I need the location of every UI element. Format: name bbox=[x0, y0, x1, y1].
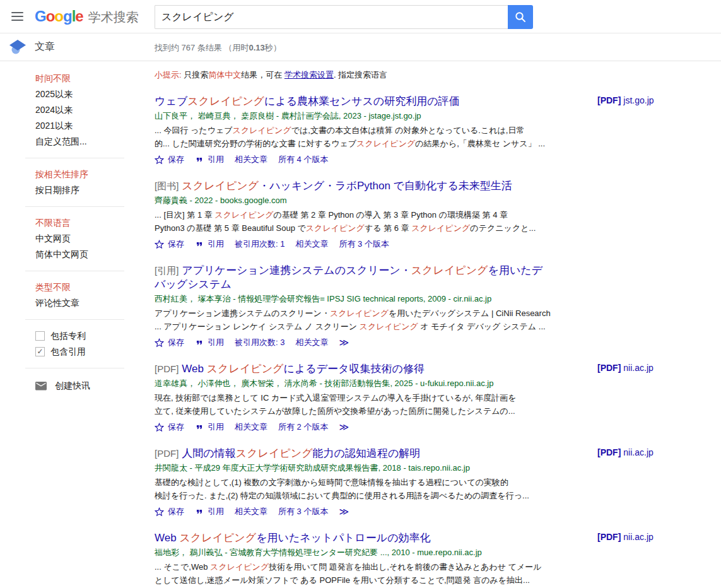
action-related[interactable]: 相关文章 bbox=[235, 154, 267, 165]
action-cite[interactable]: 引用 bbox=[195, 506, 224, 517]
action-label: 保存 bbox=[168, 154, 184, 165]
action-more[interactable]: ≫ bbox=[339, 506, 348, 517]
pdf-sidelink[interactable]: [PDF]nii.ac.jp bbox=[597, 532, 654, 542]
action-save[interactable]: 保存 bbox=[155, 238, 184, 250]
checkbox[interactable]: ✓ bbox=[35, 347, 45, 356]
sidebar-filter-link[interactable]: 简体中文网页 bbox=[0, 247, 151, 262]
checkbox[interactable] bbox=[35, 331, 45, 341]
action-versions[interactable]: 所有 2 个版本 bbox=[278, 421, 328, 433]
result-type-prefix: [引用] bbox=[155, 265, 179, 276]
text-segment: アプリケーション連携システムのスクリーン・ bbox=[155, 309, 330, 318]
action-label: 相关文章 bbox=[295, 337, 328, 348]
divider bbox=[25, 319, 124, 320]
text-segment: オ モチイタ デバッグ システム ... bbox=[418, 322, 546, 331]
divider bbox=[25, 368, 124, 368]
search-icon bbox=[514, 11, 527, 23]
action-cite[interactable]: 引用 bbox=[195, 337, 224, 348]
text-segment: 小提示: bbox=[155, 70, 182, 79]
create-alert-button[interactable]: 创建快讯 bbox=[0, 377, 151, 394]
action-save[interactable]: 保存 bbox=[155, 337, 184, 348]
google-scholar-logo[interactable]: Google 学术搜索 bbox=[35, 8, 139, 26]
pdf-site: nii.ac.jp bbox=[623, 532, 653, 542]
sidebar-filter-link[interactable]: 评论性文章 bbox=[0, 295, 151, 311]
action-label: 引用 bbox=[208, 154, 224, 165]
result-title-link[interactable]: ウェブスクレイピングによる農林業センサスの研究利用の評価 bbox=[155, 95, 460, 107]
sidebar-filter-link[interactable]: 中文网页 bbox=[0, 231, 151, 247]
text-segment: による農林業センサスの研究利用の評価 bbox=[264, 95, 460, 107]
action-more[interactable]: ≫ bbox=[339, 337, 348, 348]
action-cited-by[interactable]: 被引用次数: 3 bbox=[235, 337, 284, 348]
text-segment: 人間の情報 bbox=[182, 447, 235, 459]
quote-icon bbox=[195, 507, 204, 516]
divider bbox=[25, 206, 124, 207]
sidebar-filter-link[interactable]: 自定义范围... bbox=[0, 134, 151, 150]
logo-letter: g bbox=[63, 8, 72, 25]
action-versions[interactable]: 所有 4 个版本 bbox=[278, 154, 328, 165]
action-related[interactable]: 相关文章 bbox=[235, 506, 267, 517]
articles-tab[interactable]: 文章 bbox=[35, 40, 55, 54]
result-title-link[interactable]: Web スクレイピングを用いたネットパトロールの効率化 bbox=[155, 532, 431, 544]
result-title: [PDF]Web スクレイピングによるデータ収集技術の修得 bbox=[155, 362, 571, 376]
text-segment: Python3 の基礎 第 5 章 Beautiful Soup で bbox=[155, 223, 306, 233]
pdf-sidelink[interactable]: [PDF]nii.ac.jp bbox=[597, 363, 654, 373]
sidebar-filter-link[interactable]: 按日期排序 bbox=[0, 182, 151, 198]
action-label: 引用 bbox=[208, 337, 224, 348]
result-title-link[interactable]: 人間の情報スクレイピング能力の認知過程の解明 bbox=[182, 447, 420, 459]
checkbox-row[interactable]: ✓包含引用 bbox=[0, 344, 151, 360]
google-logo-text: Google bbox=[35, 8, 83, 25]
result-snippet: 基礎的な検討として,(1) 複数の文字刺激から短時間で意味情報を抽出する過程につ… bbox=[155, 476, 571, 502]
result-actions: 保存引用被引用次数: 1相关文章所有 3 个版本 bbox=[155, 238, 571, 250]
action-label: ≫ bbox=[339, 421, 348, 433]
action-related[interactable]: 相关文章 bbox=[295, 337, 328, 348]
action-related[interactable]: 相关文章 bbox=[235, 421, 267, 433]
divider bbox=[25, 158, 124, 158]
text-segment: を用いたデバッグシステム | CiNii Research bbox=[389, 309, 551, 318]
action-versions[interactable]: 所有 3 个版本 bbox=[278, 506, 328, 517]
result-title-link[interactable]: スクレイピング・ハッキング・ラボPython で自動化する未来型生活 bbox=[182, 180, 512, 192]
pdf-sidelink[interactable]: [PDF]jst.go.jp bbox=[597, 95, 654, 105]
action-label: 引用 bbox=[208, 421, 224, 433]
hamburger-menu-button[interactable] bbox=[10, 9, 25, 23]
query-highlight: スクレイピング bbox=[356, 139, 415, 148]
action-related[interactable]: 相关文章 bbox=[295, 238, 328, 250]
text-segment: 简体中文 bbox=[208, 70, 241, 79]
sidebar-filter-link[interactable]: 时间不限 bbox=[0, 71, 151, 86]
search-button[interactable] bbox=[508, 5, 533, 29]
sidebar-filter-link[interactable]: 2021以来 bbox=[0, 118, 151, 134]
pdf-sidelink[interactable]: [PDF]nii.ac.jp bbox=[597, 447, 654, 457]
action-cite[interactable]: 引用 bbox=[195, 154, 224, 165]
query-highlight: スクレイピング bbox=[179, 532, 256, 544]
action-save[interactable]: 保存 bbox=[155, 154, 184, 165]
action-label: ≫ bbox=[339, 506, 348, 517]
text-segment: バッグシステム bbox=[155, 278, 232, 290]
action-cite[interactable]: 引用 bbox=[195, 421, 224, 433]
action-cited-by[interactable]: 被引用次数: 1 bbox=[235, 238, 284, 250]
divider bbox=[25, 271, 124, 271]
pdf-tag: [PDF] bbox=[597, 363, 621, 373]
result-snippet: アプリケーション連携システムのスクリーン・スクレイピングを用いたデバッグシステム… bbox=[155, 307, 571, 333]
checkbox-row[interactable]: 包括专利 bbox=[0, 328, 151, 344]
sidebar-filter-link[interactable]: 2025以来 bbox=[0, 86, 151, 102]
settings-link[interactable]: 学术搜索设置 bbox=[284, 70, 334, 79]
sidebar-filter-link[interactable]: 类型不限 bbox=[0, 279, 151, 295]
result-snippet: ... そこで,Web スクレイピング技術を用いて問 題発言を抽出し,それを前後… bbox=[155, 560, 571, 587]
action-save[interactable]: 保存 bbox=[155, 421, 184, 433]
search-input[interactable] bbox=[155, 5, 508, 29]
action-cite[interactable]: 引用 bbox=[195, 238, 224, 250]
result-title-link[interactable]: Web スクレイピングによるデータ収集技術の修得 bbox=[182, 363, 425, 375]
text-segment: として送信し,迷惑メール対策ソフトで ある POPFile を用いて分類すること… bbox=[155, 575, 530, 585]
sidebar-filter-link[interactable]: 不限语言 bbox=[0, 215, 151, 231]
search-result: [图书]スクレイピング・ハッキング・ラボPython で自動化する未来型生活齊藤… bbox=[155, 179, 571, 250]
star-icon bbox=[155, 507, 164, 517]
action-save[interactable]: 保存 bbox=[155, 506, 184, 517]
query-highlight: スクレイピング bbox=[207, 363, 284, 375]
action-label: 相关文章 bbox=[295, 238, 328, 250]
text-segment: 基礎的な検討として,(1) 複数の文字刺激から短時間で意味情報を抽出する過程につ… bbox=[155, 478, 508, 487]
sidebar-filter-link[interactable]: 按相关性排序 bbox=[0, 167, 151, 182]
filter-group: 按相关性排序按日期排序 bbox=[0, 167, 151, 198]
result-title-link[interactable]: アプリケーション連携システムのスクリーン・スクレイピングを用いたデバッグシステム bbox=[155, 264, 542, 290]
action-more[interactable]: ≫ bbox=[339, 421, 348, 433]
action-versions[interactable]: 所有 3 个版本 bbox=[339, 238, 389, 250]
sidebar-filter-link[interactable]: 2024以来 bbox=[0, 102, 151, 118]
action-label: 保存 bbox=[168, 238, 184, 250]
